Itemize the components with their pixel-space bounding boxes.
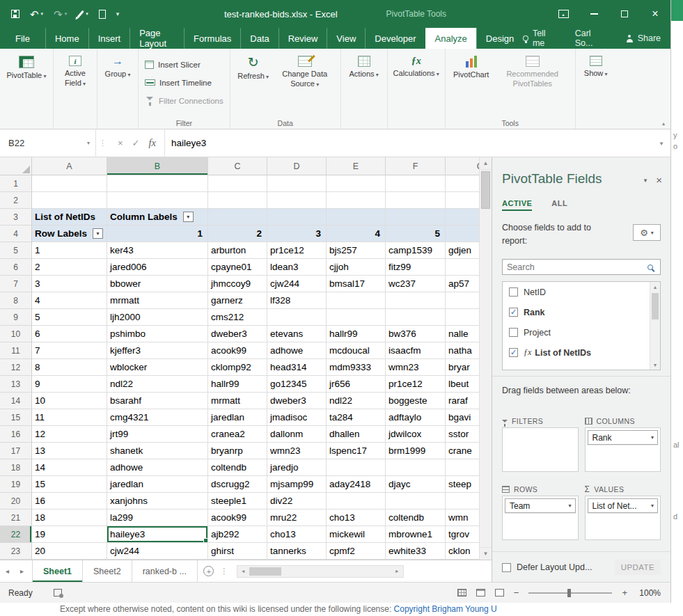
cell-B23[interactable]: cjw244 [107,543,208,560]
update-button[interactable]: UPDATE [615,560,661,575]
cell-C20[interactable]: steeple1 [208,493,267,510]
cell-A15[interactable]: 11 [32,409,107,426]
filters-drop-area[interactable] [502,427,579,472]
cell-B10[interactable]: pshimbo [107,326,208,342]
cell-A9[interactable]: 5 [32,309,107,326]
cell-C9[interactable]: cms212 [208,309,267,326]
cell-G23[interactable]: cklon [446,543,479,560]
cell-D2[interactable] [267,192,327,209]
cell-F20[interactable] [386,493,446,510]
formula-bar-handle[interactable]: ⋮ [96,129,109,157]
field-item-project[interactable]: Project [503,322,660,342]
tell-me-button[interactable]: Tell me [523,29,558,48]
column-header-A[interactable]: A [32,157,107,175]
name-box[interactable]: B22 ▾ [0,129,96,157]
checkbox-unchecked-icon[interactable] [509,287,518,297]
cell-A5[interactable]: 1 [32,242,107,259]
change-data-source-button[interactable]: Change Data Source [273,51,337,89]
cell-G13[interactable]: lbeut [446,376,479,393]
chevron-down-icon[interactable]: ▾ [87,140,90,146]
cell-B15[interactable]: cmg4321 [107,409,208,426]
tab-review[interactable]: Review [278,28,327,49]
cell-G10[interactable]: nalle [446,326,479,342]
cell-F9[interactable] [386,309,446,326]
pivottable-button[interactable]: PivotTable [3,51,49,81]
tab-formulas[interactable]: Formulas [184,28,240,49]
maximize-button[interactable] [609,0,640,28]
sheet-tab-sheet1[interactable]: Sheet1 [32,560,83,582]
license-link[interactable]: Copyright Brigham Young U [394,604,497,614]
cell-D12[interactable]: head314 [267,359,327,376]
cell-E12[interactable]: mdm9333 [327,359,386,376]
cell-B18[interactable]: adhowe [107,459,208,476]
row-header-12[interactable]: 12 [0,359,32,376]
cell-E15[interactable]: ta284 [327,409,386,426]
cell-E9[interactable] [327,309,386,326]
cell-A8[interactable]: 4 [32,292,107,309]
cell-C14[interactable]: mrmatt [208,393,267,409]
cell-A21[interactable]: 18 [32,510,107,526]
cell-D11[interactable]: adhowe [267,342,327,359]
close-button[interactable]: × [640,0,670,28]
cell-C1[interactable] [208,175,267,192]
row-header-3[interactable]: 3 [0,209,32,226]
cell-F8[interactable] [386,292,446,309]
cell-C8[interactable]: garnerz [208,292,267,309]
cell-G4[interactable] [446,226,479,242]
cell-E2[interactable] [327,192,386,209]
cell-E19[interactable]: aday2418 [327,476,386,493]
cell-F18[interactable] [386,459,446,476]
tools-options-button[interactable]: ⚙ ▾ [633,224,661,241]
cell-C11[interactable]: acook99 [208,342,267,359]
cell-G19[interactable]: steep [446,476,479,493]
tab-active-fields[interactable]: ACTIVE [502,199,532,211]
cell-B20[interactable]: xanjohns [107,493,208,510]
row-header-15[interactable]: 15 [0,409,32,426]
cell-G8[interactable] [446,292,479,309]
row-header-4[interactable]: 4 [0,226,32,242]
cell-F11[interactable]: isaacfm [386,342,446,359]
cell-E3[interactable] [327,209,386,226]
group-button[interactable]: → Group [101,51,134,79]
cell-C21[interactable]: acook99 [208,510,267,526]
tab-page-layout[interactable]: Page Layout [129,28,184,49]
cell-B22[interactable]: haileye3 [107,526,208,543]
cell-B7[interactable]: bbower [107,276,208,292]
cell-E14[interactable]: ndl22 [327,393,386,409]
cell-G16[interactable]: sstor [446,426,479,443]
cell-B5[interactable]: ker43 [107,242,208,259]
cell-G21[interactable]: wmn [446,510,479,526]
row-header-6[interactable]: 6 [0,259,32,276]
cell-C2[interactable] [208,192,267,209]
zoom-level[interactable]: 100% [637,588,661,598]
undo-button[interactable]: ↶▾ [30,9,43,19]
recommended-pivottables-button[interactable]: Recommended PivotTables [494,51,572,89]
cell-C16[interactable]: cranea2 [208,426,267,443]
cell-B12[interactable]: wblocker [107,359,208,376]
cell-C6[interactable]: cpayne01 [208,259,267,276]
cell-D14[interactable]: dweber3 [267,393,327,409]
cell-D8[interactable]: lf328 [267,292,327,309]
cell-D18[interactable]: jaredjo [267,459,327,476]
cell-E11[interactable]: mcdoucal [327,342,386,359]
tab-splitter[interactable]: ⋮ [220,560,228,582]
cell-D5[interactable]: pr1ce12 [267,242,327,259]
cell-D7[interactable]: cjw244 [267,276,327,292]
cell-D3[interactable] [267,209,327,226]
cell-B21[interactable]: la299 [107,510,208,526]
account-user-button[interactable]: Carl So... [575,29,609,48]
cell-G7[interactable]: ap57 [446,276,479,292]
scroll-down-arrow-icon[interactable]: ▼ [480,547,492,560]
cell-A3[interactable]: List of NetIDs [32,209,107,226]
cell-E21[interactable]: cho13 [327,510,386,526]
tab-home[interactable]: Home [45,28,88,49]
checkbox-checked-icon[interactable]: ✓ [509,348,518,357]
actions-button[interactable]: Actions [345,51,384,79]
cell-D23[interactable]: tannerks [267,543,327,560]
cell-A23[interactable]: 20 [32,543,107,560]
cell-A19[interactable]: 15 [32,476,107,493]
cell-F14[interactable]: boggeste [386,393,446,409]
cell-G15[interactable]: bgavi [446,409,479,426]
cell-E8[interactable] [327,292,386,309]
cell-G1[interactable] [446,175,479,192]
